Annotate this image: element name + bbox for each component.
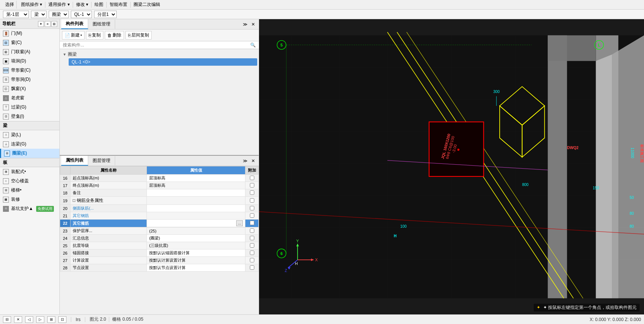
btn-layer-copy[interactable]: ⎘ 层间复制	[125, 31, 152, 39]
checkbox-18[interactable]	[250, 190, 254, 195]
nav-item-louti[interactable]: ⊟ 楼梯•	[0, 186, 59, 195]
btn-ring-beam-edit[interactable]: 圈梁二次编辑	[131, 1, 162, 8]
checkbox-23[interactable]	[250, 228, 254, 233]
col-prop-name: 属性名称	[70, 166, 147, 175]
nav-item-zhuangxiu[interactable]: ▦ 装修	[0, 195, 59, 204]
prop-value-27[interactable]: 按默认计算设置计算	[147, 257, 245, 264]
prop-value-20[interactable]	[147, 205, 245, 212]
bottom-btn-3[interactable]: ◁	[25, 316, 33, 323]
search-input[interactable]	[63, 42, 250, 48]
checkbox-24[interactable]	[250, 236, 254, 240]
nav-item-ring-beam[interactable]: ⊟ 圈梁(E)	[0, 149, 59, 158]
btn-drawing-ops[interactable]: 图纸操作 ▾	[19, 1, 44, 8]
prop-value-23[interactable]: (25)	[147, 227, 245, 235]
nav-item-door[interactable]: 🚪 门(M)	[0, 29, 59, 38]
panel-expand-btn[interactable]: ≫	[241, 21, 249, 28]
prop-value-24[interactable]: (圈梁)	[147, 235, 245, 242]
attr-panel-expand-btn[interactable]: ≫	[241, 158, 249, 164]
btn-modify[interactable]: 修改 ▾	[74, 1, 90, 8]
checkbox-16[interactable]	[250, 176, 254, 180]
svg-text:H: H	[394, 234, 397, 238]
prop-name-21[interactable]: 其它钢筋	[70, 212, 147, 220]
nav-item-beam-l[interactable]: ⎍ 梁(L)	[0, 130, 59, 139]
nav-item-peiliao[interactable]: ⊞ 装配式•	[0, 167, 59, 176]
prop-value-21[interactable]	[147, 212, 245, 220]
bottom-btn-2[interactable]: ✕	[14, 316, 22, 323]
tree-root-node[interactable]: ▼ 圈梁	[61, 51, 257, 58]
nav-item-strip-window[interactable]: ⊟⊟ 带形窗(C)	[0, 66, 59, 75]
nav-grid-btn[interactable]: ⊞	[51, 21, 57, 27]
btn-new[interactable]: 📄 新建 ▾	[62, 31, 85, 39]
btn-smart-layout[interactable]: 智能布置	[107, 1, 130, 8]
left-nav: 导航栏 ✦ ≡ ⊞ 🚪 门(M) ⊟ 窗(C) ⊞ 门联窗(A)	[0, 19, 60, 314]
btn-general-ops[interactable]: 通用操作 ▾	[46, 1, 72, 8]
nav-list-btn[interactable]: ≡	[45, 21, 51, 27]
nav-item-strip-hole[interactable]: ⊡ 带形洞(D)	[0, 75, 59, 84]
checkbox-28[interactable]	[250, 265, 254, 270]
top-toolbar: 选择 图纸操作 ▾ 通用操作 ▾ 修改 ▾ 绘图 智能布置 圈梁二次编辑	[0, 0, 644, 10]
tab-layer-mgmt[interactable]: 图层管理	[88, 156, 115, 165]
panel-close-btn[interactable]: ✕	[249, 21, 257, 28]
checkbox-21[interactable]	[250, 213, 254, 218]
tab-component-list[interactable]: 构件列表	[61, 19, 88, 29]
tree-child-area: QL-1 <0>	[61, 58, 257, 66]
addon-18	[245, 189, 259, 197]
btn-copy[interactable]: ⎘ 复制	[86, 31, 103, 39]
checkbox-25[interactable]	[250, 243, 254, 248]
attr-panel-close-btn[interactable]: ✕	[249, 158, 257, 164]
prop-name-22[interactable]: 其它箍筋	[70, 220, 147, 227]
nav-item-window[interactable]: ⊟ 窗(C)	[0, 38, 59, 47]
bottom-btn-6[interactable]: ⊡	[58, 316, 66, 323]
btn-delete[interactable]: 🗑 删除	[105, 31, 124, 39]
nav-item-jikeng[interactable]: ⊓ 基坑支护▲ 免费试用	[0, 204, 59, 213]
sublayer-select[interactable]: 分层1	[94, 11, 117, 18]
prop-value-btn-22[interactable]: …	[236, 220, 243, 226]
prop-value-28[interactable]: 按默认节点设置计算	[147, 264, 245, 272]
svg-text:L: L	[598, 43, 600, 47]
canvas-area[interactable]: 5 6 L 300 800 150 11000 100 H	[259, 19, 644, 314]
nav-item-wall-hole[interactable]: ▣ 墙洞(D)	[0, 56, 59, 66]
nav-item-door-window[interactable]: ⊞ 门联窗(A)	[0, 47, 59, 56]
prop-value-22[interactable]: …	[147, 220, 245, 227]
checkbox-22[interactable]	[250, 221, 254, 225]
nav-item-wall-niche[interactable]: ⊡ 壁龛(I)	[0, 112, 59, 121]
btn-draw[interactable]: 绘图	[92, 1, 106, 8]
bottom-btn-4[interactable]: ▷	[36, 316, 44, 323]
beam-l-icon: ⎍	[3, 132, 9, 138]
col-addon: 附加	[245, 166, 259, 175]
prop-value-19[interactable]	[147, 197, 245, 205]
prop-value-16[interactable]: 层顶标高	[147, 175, 245, 182]
type1-select[interactable]: 梁	[31, 11, 47, 18]
nav-item-konglou[interactable]: ○ 空心楼盖	[0, 176, 59, 186]
checkbox-19[interactable]	[250, 198, 254, 203]
prop-name-20[interactable]: 侧面纵筋(...	[70, 205, 147, 212]
prop-value-17[interactable]: 层顶标高	[147, 182, 245, 189]
checkbox-20[interactable]	[250, 206, 254, 210]
checkbox-27[interactable]	[250, 258, 254, 262]
prop-value-25[interactable]: (三级抗震)	[147, 242, 245, 249]
tab-drawing-mgmt[interactable]: 图纸管理	[88, 20, 115, 29]
nav-item-bay-window[interactable]: ◫ 飘窗(X)	[0, 84, 59, 93]
free-trial-badge[interactable]: 免费试用	[36, 206, 54, 212]
type2-select[interactable]: 圈梁	[49, 11, 69, 18]
attr-tabs: 属性列表 图层管理 ≫ ✕	[60, 156, 259, 166]
checkbox-17[interactable]	[250, 183, 254, 187]
svg-text:H: H	[295, 262, 298, 266]
tab-attr-list[interactable]: 属性列表	[61, 156, 88, 166]
nav-item-lintel[interactable]: ⊤ 过梁(G)	[0, 103, 59, 112]
nav-item-tiger-window[interactable]: △ 老虎窗	[0, 93, 59, 103]
item-select[interactable]: QL-1	[71, 11, 92, 18]
coords: X: 0.000 Y: 0.000 Z: 0.000	[590, 317, 641, 322]
prop-value-18[interactable]	[147, 189, 245, 197]
tree-item-ql1[interactable]: QL-1 <0>	[69, 58, 257, 66]
nav-item-connect-g[interactable]: ⊥ 连梁(G)	[0, 139, 59, 149]
prop-value-input-22[interactable]	[149, 221, 235, 225]
checkbox-26[interactable]	[250, 251, 254, 255]
bottom-btn-5[interactable]: ⊞	[47, 316, 55, 323]
nav-pin-btn[interactable]: ✦	[38, 21, 44, 27]
nav-section-slab: 板	[0, 158, 59, 167]
prop-value-26[interactable]: 按默认认锚固搭接计算	[147, 249, 245, 257]
layer-select[interactable]: 第-1层	[3, 11, 29, 18]
search-bar: 🔍	[60, 41, 259, 49]
bottom-btn-1[interactable]: ⊟	[3, 316, 11, 323]
